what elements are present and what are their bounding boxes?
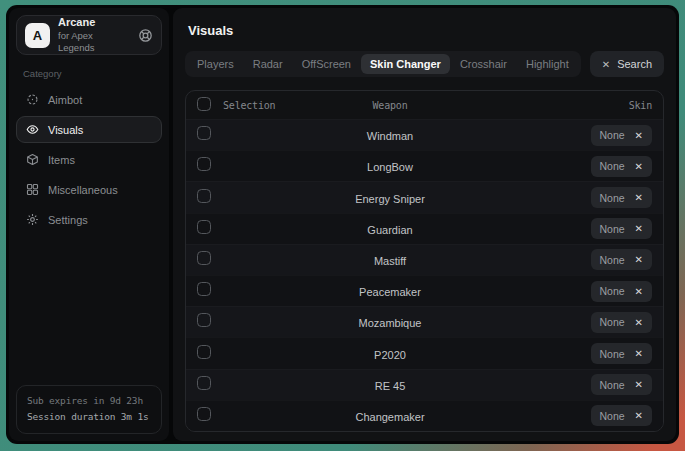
target-icon[interactable]	[138, 28, 153, 43]
desktop-background: A Arcane for Apex Legends Category Aimbo…	[0, 0, 685, 451]
table-row: LongBowNone✕	[186, 150, 663, 181]
weapon-name: Guardian	[367, 224, 412, 236]
skin-select[interactable]: None✕	[591, 187, 653, 208]
tab-bar: PlayersRadarOffScreenSkin ChangerCrossha…	[185, 51, 581, 77]
skin-select[interactable]: None✕	[591, 156, 653, 177]
tab-highlight[interactable]: Highlight	[517, 54, 578, 74]
table-row: RE 45None✕	[186, 369, 663, 400]
row-checkbox[interactable]	[197, 126, 211, 140]
table-row: P2020None✕	[186, 337, 663, 368]
sub-expiry-text: Sub expires in 9d 23h	[27, 393, 151, 410]
eye-icon	[26, 123, 39, 136]
sidebar-item-label: Settings	[48, 214, 88, 226]
sidebar-item-aimbot[interactable]: Aimbot	[16, 86, 162, 113]
row-checkbox[interactable]	[197, 407, 211, 421]
skin-select[interactable]: None✕	[591, 343, 653, 364]
sidebar-item-label: Aimbot	[48, 94, 82, 106]
header-skin: Skin	[465, 100, 652, 111]
page-title: Visuals	[188, 23, 662, 38]
sidebar-item-visuals[interactable]: Visuals	[16, 116, 162, 143]
skin-value: None	[600, 410, 625, 422]
search-button[interactable]: ✕ Search	[590, 51, 664, 77]
table-row: WindmanNone✕	[186, 119, 663, 150]
skin-value: None	[600, 254, 625, 266]
table-header: Selection Weapon Skin	[186, 91, 663, 119]
sidebar: A Arcane for Apex Legends Category Aimbo…	[9, 8, 169, 441]
skin-select[interactable]: None✕	[591, 405, 653, 426]
category-label: Category	[23, 68, 155, 79]
row-checkbox[interactable]	[197, 345, 211, 359]
clear-skin-icon[interactable]: ✕	[635, 192, 643, 203]
row-checkbox[interactable]	[197, 220, 211, 234]
skin-value: None	[600, 160, 625, 172]
sidebar-item-label: Miscellaneous	[48, 184, 118, 196]
skin-select[interactable]: None✕	[591, 125, 653, 146]
row-checkbox[interactable]	[197, 251, 211, 265]
weapon-name: Changemaker	[355, 411, 424, 423]
clear-skin-icon[interactable]: ✕	[635, 286, 643, 297]
weapon-name: Peacemaker	[359, 286, 421, 298]
skin-value: None	[600, 192, 625, 204]
app-subtitle: for Apex Legends	[58, 30, 130, 54]
gear-icon	[26, 213, 39, 226]
skin-value: None	[600, 285, 625, 297]
sidebar-nav: AimbotVisualsItemsMiscellaneousSettings	[16, 86, 162, 233]
clear-skin-icon[interactable]: ✕	[635, 161, 643, 172]
table-row: GuardianNone✕	[186, 213, 663, 244]
clear-skin-icon[interactable]: ✕	[635, 130, 643, 141]
header-selection: Selection	[223, 100, 315, 111]
clear-skin-icon[interactable]: ✕	[635, 379, 643, 390]
skin-select[interactable]: None✕	[591, 312, 653, 333]
weapon-name: Energy Sniper	[355, 193, 425, 205]
row-checkbox[interactable]	[197, 157, 211, 171]
weapon-name: Mastiff	[374, 255, 406, 267]
weapon-name: LongBow	[367, 161, 413, 173]
sidebar-item-miscellaneous[interactable]: Miscellaneous	[16, 176, 162, 203]
sidebar-item-label: Items	[48, 154, 75, 166]
session-status-box: Sub expires in 9d 23h Session duration 3…	[16, 385, 162, 434]
session-duration-text: Session duration 3m 1s	[27, 409, 151, 426]
clear-skin-icon[interactable]: ✕	[635, 348, 643, 359]
table-body: WindmanNone✕LongBowNone✕Energy SniperNon…	[186, 119, 663, 431]
skin-changer-table: Selection Weapon Skin WindmanNone✕LongBo…	[185, 90, 664, 432]
table-row: MastiffNone✕	[186, 244, 663, 275]
header-weapon: Weapon	[315, 100, 465, 111]
skin-value: None	[600, 129, 625, 141]
weapon-name: P2020	[374, 349, 406, 361]
table-row: PeacemakerNone✕	[186, 275, 663, 306]
clear-skin-icon[interactable]: ✕	[635, 254, 643, 265]
clear-skin-icon[interactable]: ✕	[635, 410, 643, 421]
row-checkbox[interactable]	[197, 313, 211, 327]
row-checkbox[interactable]	[197, 376, 211, 390]
clear-skin-icon[interactable]: ✕	[635, 223, 643, 234]
skin-value: None	[600, 379, 625, 391]
crosshair-icon	[26, 93, 39, 106]
clear-skin-icon[interactable]: ✕	[635, 317, 643, 328]
main-panel: Visuals PlayersRadarOffScreenSkin Change…	[173, 8, 676, 441]
app-title: Arcane	[58, 16, 130, 30]
sidebar-item-items[interactable]: Items	[16, 146, 162, 173]
tab-crosshair[interactable]: Crosshair	[451, 54, 516, 74]
toolbar: PlayersRadarOffScreenSkin ChangerCrossha…	[185, 51, 664, 77]
tab-players[interactable]: Players	[188, 54, 243, 74]
skin-select[interactable]: None✕	[591, 281, 653, 302]
weapon-name: Windman	[367, 130, 413, 142]
row-checkbox[interactable]	[197, 282, 211, 296]
skin-value: None	[600, 223, 625, 235]
app-header-card: A Arcane for Apex Legends	[16, 15, 162, 55]
tab-radar[interactable]: Radar	[244, 54, 292, 74]
skin-select[interactable]: None✕	[591, 218, 653, 239]
sidebar-item-settings[interactable]: Settings	[16, 206, 162, 233]
tab-offscreen[interactable]: OffScreen	[293, 54, 360, 74]
weapon-name: Mozambique	[359, 317, 422, 329]
select-all-checkbox[interactable]	[197, 97, 211, 111]
skin-select[interactable]: None✕	[591, 374, 653, 395]
row-checkbox[interactable]	[197, 189, 211, 203]
tab-skin-changer[interactable]: Skin Changer	[361, 54, 450, 74]
grid-icon	[26, 183, 39, 196]
app-meta: Arcane for Apex Legends	[58, 16, 130, 54]
app-window: A Arcane for Apex Legends Category Aimbo…	[6, 5, 679, 444]
table-row: MozambiqueNone✕	[186, 306, 663, 337]
skin-select[interactable]: None✕	[591, 249, 653, 270]
app-logo-letter: A	[33, 28, 42, 43]
